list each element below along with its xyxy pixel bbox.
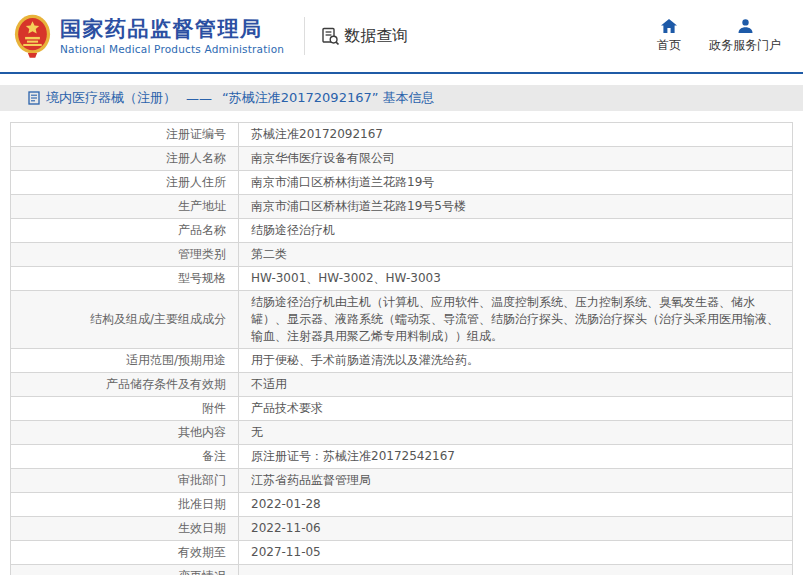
field-label: 有效期至 bbox=[11, 541, 239, 565]
table-row: 注册证编号苏械注准20172092167 bbox=[11, 123, 793, 147]
breadcrumb: 境内医疗器械（注册） —— “苏械注准20172092167” 基本信息 bbox=[0, 85, 803, 111]
site-header: 国家药品监督管理局 National Medical Products Admi… bbox=[0, 0, 803, 74]
breadcrumb-current: “苏械注准20172092167” 基本信息 bbox=[222, 89, 435, 107]
national-emblem-icon bbox=[14, 13, 51, 59]
nav-home-label: 首页 bbox=[657, 37, 681, 54]
field-value: 第二类 bbox=[239, 243, 793, 267]
table-row: 批准日期2022-01-28 bbox=[11, 493, 793, 517]
field-value-text: 江苏省药品监督管理局 bbox=[251, 473, 371, 487]
table-row: 适用范围/预期用途用于便秘、手术前肠道清洗以及灌洗给药。 bbox=[11, 349, 793, 373]
data-query-icon bbox=[321, 27, 340, 46]
field-value: 无 bbox=[239, 421, 793, 445]
table-row: 型号规格HW-3001、HW-3002、HW-3003 bbox=[11, 267, 793, 291]
field-label: 其他内容 bbox=[11, 421, 239, 445]
field-value: HW-3001、HW-3002、HW-3003 bbox=[239, 267, 793, 291]
field-value: 江苏省药品监督管理局 bbox=[239, 469, 793, 493]
field-value: 南京市浦口区桥林街道兰花路19号5号楼 bbox=[239, 195, 793, 219]
data-query-tab[interactable]: 数据查询 bbox=[321, 26, 408, 47]
table-row: 注册人住所南京市浦口区桥林街道兰花路19号 bbox=[11, 171, 793, 195]
table-row: 产品名称结肠途径治疗机 bbox=[11, 219, 793, 243]
field-label: 注册人住所 bbox=[11, 171, 239, 195]
field-value-text: 产品技术要求 bbox=[251, 401, 323, 415]
nav-portal[interactable]: 政务服务门户 bbox=[709, 19, 781, 54]
field-label: 产品名称 bbox=[11, 219, 239, 243]
table-row: 审批部门江苏省药品监督管理局 bbox=[11, 469, 793, 493]
site-titles: 国家药品监督管理局 National Medical Products Admi… bbox=[60, 17, 284, 55]
table-row: 有效期至2027-11-05 bbox=[11, 541, 793, 565]
field-value-text: 无 bbox=[251, 425, 263, 439]
table-row: 注册人名称南京华伟医疗设备有限公司 bbox=[11, 147, 793, 171]
field-label: 注册证编号 bbox=[11, 123, 239, 147]
field-label: 型号规格 bbox=[11, 267, 239, 291]
breadcrumb-section[interactable]: 境内医疗器械（注册） bbox=[46, 89, 176, 107]
field-value: 南京市浦口区桥林街道兰花路19号 bbox=[239, 171, 793, 195]
field-value: 原注册证号：苏械注准20172542167 bbox=[239, 445, 793, 469]
field-value-text: 苏械注准20172092167 bbox=[251, 127, 383, 141]
field-value-text: 南京市浦口区桥林街道兰花路19号 bbox=[251, 175, 434, 189]
breadcrumb-separator: —— bbox=[186, 91, 212, 106]
field-value: 2022-01-28 bbox=[239, 493, 793, 517]
field-label: 备注 bbox=[11, 445, 239, 469]
site-subtitle: National Medical Products Administration bbox=[60, 43, 284, 55]
field-value: 南京华伟医疗设备有限公司 bbox=[239, 147, 793, 171]
field-value: 2022-11-06 bbox=[239, 517, 793, 541]
field-value-text: 不适用 bbox=[251, 377, 287, 391]
field-value-text: 2027-11-05 bbox=[251, 545, 321, 559]
table-row: 变更情况 bbox=[11, 565, 793, 575]
nav-portal-label: 政务服务门户 bbox=[709, 37, 781, 54]
field-label: 适用范围/预期用途 bbox=[11, 349, 239, 373]
table-row: 生效日期2022-11-06 bbox=[11, 517, 793, 541]
nav-home[interactable]: 首页 bbox=[657, 19, 681, 54]
field-label: 变更情况 bbox=[11, 565, 239, 575]
field-value: 2027-11-05 bbox=[239, 541, 793, 565]
field-value-text: HW-3001、HW-3002、HW-3003 bbox=[251, 271, 441, 285]
field-value: 结肠途径治疗机 bbox=[239, 219, 793, 243]
header-divider bbox=[304, 17, 305, 55]
field-value-text: 结肠途径治疗机由主机（计算机、应用软件、温度控制系统、压力控制系统、臭氧发生器、… bbox=[251, 295, 779, 343]
table-row: 管理类别第二类 bbox=[11, 243, 793, 267]
field-value-text: 用于便秘、手术前肠道清洗以及灌洗给药。 bbox=[251, 353, 479, 367]
field-label: 结构及组成/主要组成成分 bbox=[11, 291, 239, 349]
field-label: 产品储存条件及有效期 bbox=[11, 373, 239, 397]
field-value-text: 结肠途径治疗机 bbox=[251, 223, 335, 237]
field-value-text: 南京华伟医疗设备有限公司 bbox=[251, 151, 395, 165]
user-icon bbox=[738, 19, 753, 33]
document-icon bbox=[28, 91, 40, 105]
table-row: 其他内容无 bbox=[11, 421, 793, 445]
field-value-text: 原注册证号：苏械注准20172542167 bbox=[251, 449, 455, 463]
field-value-text: 第二类 bbox=[251, 247, 287, 261]
field-value-text: 南京市浦口区桥林街道兰花路19号5号楼 bbox=[251, 199, 466, 213]
field-value-text: 2022-11-06 bbox=[251, 521, 321, 535]
table-row: 产品储存条件及有效期不适用 bbox=[11, 373, 793, 397]
table-row: 附件产品技术要求 bbox=[11, 397, 793, 421]
field-value: 结肠途径治疗机由主机（计算机、应用软件、温度控制系统、压力控制系统、臭氧发生器、… bbox=[239, 291, 793, 349]
data-query-label: 数据查询 bbox=[344, 26, 408, 47]
site-title: 国家药品监督管理局 bbox=[60, 17, 284, 41]
field-value bbox=[239, 565, 793, 575]
field-value: 不适用 bbox=[239, 373, 793, 397]
field-label: 生产地址 bbox=[11, 195, 239, 219]
field-value: 用于便秘、手术前肠道清洗以及灌洗给药。 bbox=[239, 349, 793, 373]
field-label: 生效日期 bbox=[11, 517, 239, 541]
table-row: 生产地址南京市浦口区桥林街道兰花路19号5号楼 bbox=[11, 195, 793, 219]
field-label: 审批部门 bbox=[11, 469, 239, 493]
table-row: 结构及组成/主要组成成分结肠途径治疗机由主机（计算机、应用软件、温度控制系统、压… bbox=[11, 291, 793, 349]
field-value: 苏械注准20172092167 bbox=[239, 123, 793, 147]
field-label: 批准日期 bbox=[11, 493, 239, 517]
field-label: 附件 bbox=[11, 397, 239, 421]
header-nav: 首页 政务服务门户 bbox=[657, 19, 781, 54]
field-label: 注册人名称 bbox=[11, 147, 239, 171]
site-logo[interactable]: 国家药品监督管理局 National Medical Products Admi… bbox=[14, 13, 284, 59]
home-icon bbox=[661, 19, 677, 33]
field-value: 产品技术要求 bbox=[239, 397, 793, 421]
field-value-text: 2022-01-28 bbox=[251, 497, 321, 511]
table-row: 备注原注册证号：苏械注准20172542167 bbox=[11, 445, 793, 469]
info-table: 注册证编号苏械注准20172092167注册人名称南京华伟医疗设备有限公司注册人… bbox=[10, 122, 793, 575]
field-label: 管理类别 bbox=[11, 243, 239, 267]
